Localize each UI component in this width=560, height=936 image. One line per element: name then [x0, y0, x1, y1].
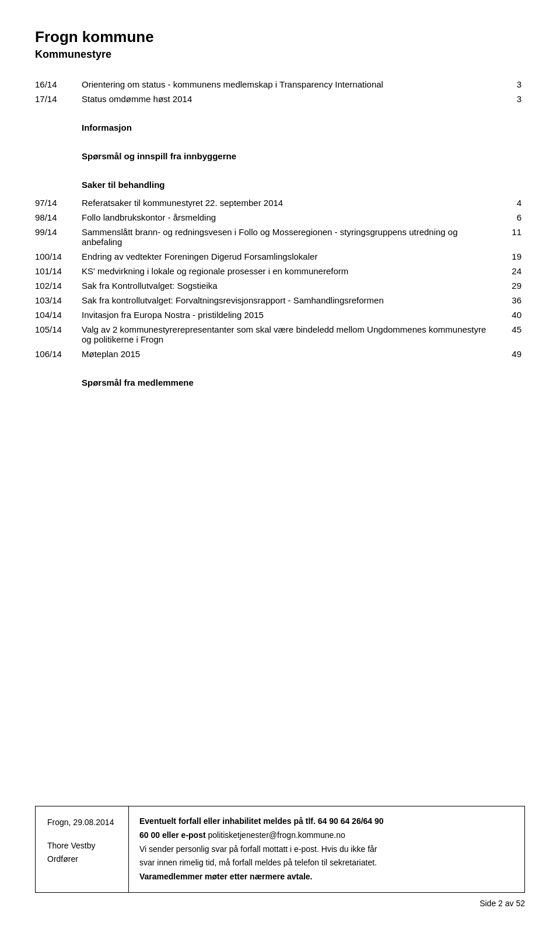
footer-left: Frogn, 29.08.2014 Thore Vestby Ordfører [36, 806, 129, 892]
item-text: Orientering om status - kommunens medlem… [82, 77, 502, 92]
toc-row-104-14: 104/14 Invitasjon fra Europa Nostra - pr… [35, 308, 525, 322]
item-text: Sak fra Kontrollutvalget: Sogstieika [82, 278, 502, 293]
item-page: 24 [502, 264, 525, 278]
toc-row-103-14: 103/14 Sak fra kontrollutvalget: Forvalt… [35, 293, 525, 308]
item-number: 97/14 [35, 195, 82, 210]
item-page: 19 [502, 249, 525, 264]
toc-row-106-14: 106/14 Møteplan 2015 49 [35, 347, 525, 361]
toc-row-101-14: 101/14 KS' medvirkning i lokale og regio… [35, 264, 525, 278]
item-text: Follo landbrukskontor - årsmelding [82, 210, 502, 225]
item-number: 104/14 [35, 308, 82, 322]
item-number: 101/14 [35, 264, 82, 278]
item-text: KS' medvirkning i lokale og regionale pr… [82, 264, 502, 278]
footer-right: Eventuelt forfall eller inhabilitet meld… [129, 806, 524, 892]
item-page: 11 [502, 225, 525, 249]
item-page: 3 [502, 92, 525, 106]
footer-box: Frogn, 29.08.2014 Thore Vestby Ordfører … [35, 806, 525, 893]
section-header-sporsmal-innspill: Spørsmål og innspill fra innbyggerne [82, 151, 522, 161]
footer-line3: Vi sender personlig svar på forfall mott… [139, 843, 514, 857]
footer-date: Frogn, 29.08.2014 [47, 816, 117, 829]
section-header-informasjon: Informasjon [82, 123, 522, 132]
footer-bold-line2: 60 00 eller e-post [139, 830, 208, 840]
footer-email: politisketjenester@frogn.kommune.no [208, 830, 345, 840]
item-number: 99/14 [35, 225, 82, 249]
footer-bold-line1: Eventuelt forfall eller inhabilitet meld… [139, 816, 384, 826]
item-text: Valg av 2 kommunestyrerepresentanter som… [82, 322, 502, 347]
item-number: 100/14 [35, 249, 82, 264]
item-number: 102/14 [35, 278, 82, 293]
toc-row-102-14: 102/14 Sak fra Kontrollutvalget: Sogstie… [35, 278, 525, 293]
page-subtitle: Kommunestyre [35, 48, 525, 61]
page-title: Frogn kommune [35, 28, 525, 46]
toc-row-17-14: 17/14 Status omdømme høst 2014 3 [35, 92, 525, 106]
item-number: 17/14 [35, 92, 82, 106]
item-text: Sak fra kontrollutvalget: Forvaltningsre… [82, 293, 502, 308]
item-page: 45 [502, 322, 525, 347]
page-number: Side 2 av 52 [35, 899, 525, 908]
item-text: Sammenslått brann- og redningsvesen i Fo… [82, 225, 502, 249]
item-page: 3 [502, 77, 525, 92]
item-page: 6 [502, 210, 525, 225]
item-page: 49 [502, 347, 525, 361]
item-text: Referatsaker til kommunestyret 22. septe… [82, 195, 502, 210]
footer-title: Ordfører [47, 853, 117, 865]
footer-line1: Eventuelt forfall eller inhabilitet meld… [139, 815, 514, 829]
footer-line4: svar innen rimelig tid, må forfall melde… [139, 856, 514, 870]
footer-name: Thore Vestby [47, 839, 117, 852]
item-text: Møteplan 2015 [82, 347, 502, 361]
item-page: 36 [502, 293, 525, 308]
section-header-saker: Saker til behandling [82, 180, 522, 190]
footer-line5: Varamedlemmer møter etter nærmere avtale… [139, 870, 514, 884]
footer-line2: 60 00 eller e-post politisketjenester@fr… [139, 829, 514, 843]
toc-section-saker: Saker til behandling [35, 167, 525, 195]
toc-row-105-14: 105/14 Valg av 2 kommunestyrerepresentan… [35, 322, 525, 347]
toc-section-sporsmal-innspill: Spørsmål og innspill fra innbyggerne [35, 138, 525, 167]
toc-row-98-14: 98/14 Follo landbrukskontor - årsmelding… [35, 210, 525, 225]
item-number: 16/14 [35, 77, 82, 92]
toc-row-99-14: 99/14 Sammenslått brann- og redningsvese… [35, 225, 525, 249]
toc-section-sporsmal-medlemmene: Spørsmål fra medlemmene [35, 361, 525, 393]
toc-section-informasjon: Informasjon [35, 106, 525, 138]
section-header-sporsmal-medlemmene: Spørsmål fra medlemmene [82, 378, 522, 387]
toc-row-97-14: 97/14 Referatsaker til kommunestyret 22.… [35, 195, 525, 210]
toc-row-100-14: 100/14 Endring av vedtekter Foreningen D… [35, 249, 525, 264]
item-page: 29 [502, 278, 525, 293]
item-text: Invitasjon fra Europa Nostra - pristilde… [82, 308, 502, 322]
item-page: 40 [502, 308, 525, 322]
item-text: Status omdømme høst 2014 [82, 92, 502, 106]
item-number: 106/14 [35, 347, 82, 361]
item-number: 103/14 [35, 293, 82, 308]
footer-section: Frogn, 29.08.2014 Thore Vestby Ordfører … [35, 806, 525, 908]
item-number: 105/14 [35, 322, 82, 347]
item-number: 98/14 [35, 210, 82, 225]
item-page: 4 [502, 195, 525, 210]
toc-table: 16/14 Orientering om status - kommunens … [35, 77, 525, 393]
toc-row-16-14: 16/14 Orientering om status - kommunens … [35, 77, 525, 92]
item-text: Endring av vedtekter Foreningen Digerud … [82, 249, 502, 264]
